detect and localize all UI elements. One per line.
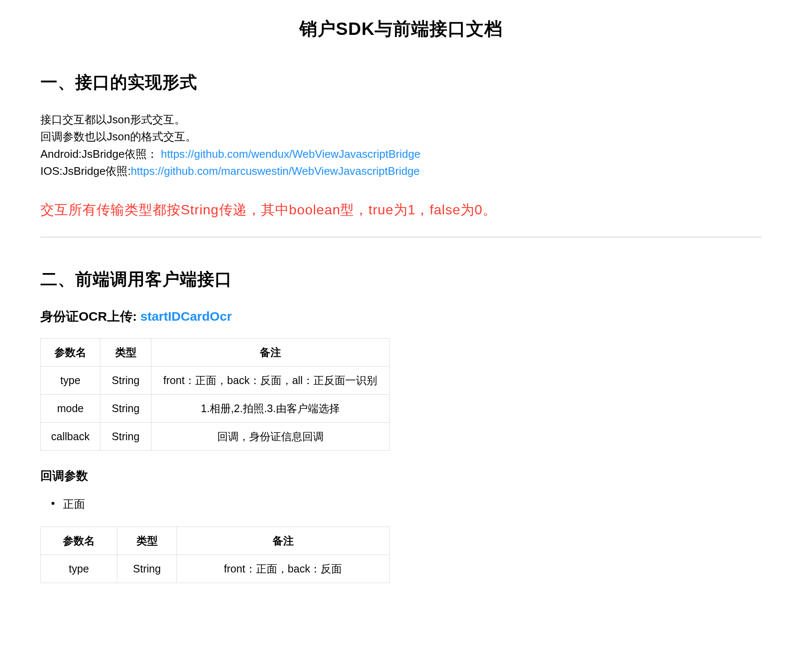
table-header-cell: 类型	[100, 339, 151, 367]
table-row: type String front：正面，back：反面，all：正反面一识别	[41, 367, 390, 395]
ios-link[interactable]: https://github.com/marcuswestin/WebViewJ…	[131, 165, 420, 177]
section1-heading: 一、接口的实现形式	[40, 71, 762, 94]
list-item: 正面	[51, 497, 762, 512]
table-row: callback String 回调，身份证信息回调	[41, 423, 390, 451]
ios-prefix: IOS:JsBridge依照:	[40, 165, 131, 177]
intro-block: 接口交互都以Json形式交互。 回调参数也以Json的格式交互。 Android…	[40, 111, 762, 179]
table-header-cell: 备注	[177, 527, 390, 555]
table-header-cell: 参数名	[41, 527, 117, 555]
table-header-row: 参数名 类型 备注	[41, 527, 390, 555]
param-table-2: 参数名 类型 备注 type String front：正面，back：反面	[40, 527, 390, 583]
table-cell: mode	[41, 395, 100, 423]
table-row: type String front：正面，back：反面	[41, 555, 390, 583]
sub-heading-prefix: 身份证OCR上传:	[40, 309, 140, 323]
table-header-cell: 参数名	[41, 339, 100, 367]
table-cell: 1.相册,2.拍照.3.由客户端选择	[151, 395, 390, 423]
table-cell: String	[117, 555, 177, 583]
method-name: startIDCardOcr	[140, 309, 232, 323]
table-cell: front：正面，back：反面	[177, 555, 390, 583]
android-line: Android:JsBridge依照： https://github.com/w…	[40, 145, 762, 162]
table-cell: type	[41, 555, 117, 583]
table-header-cell: 备注	[151, 339, 390, 367]
table-cell: 回调，身份证信息回调	[151, 423, 390, 451]
table-header-row: 参数名 类型 备注	[41, 339, 390, 367]
intro-line-1: 接口交互都以Json形式交互。	[40, 111, 762, 128]
table-cell: front：正面，back：反面，all：正反面一识别	[151, 367, 390, 395]
callback-heading: 回调参数	[40, 468, 762, 484]
section2-heading: 二、前端调用客户端接口	[40, 268, 762, 291]
table-cell: String	[100, 367, 151, 395]
table-cell: String	[100, 423, 151, 451]
table-cell: String	[100, 395, 151, 423]
document-container: 销户SDK与前端接口文档 一、接口的实现形式 接口交互都以Json形式交互。 回…	[0, 17, 802, 583]
section-divider	[40, 236, 762, 238]
document-title: 销户SDK与前端接口文档	[40, 17, 762, 41]
ocr-sub-heading: 身份证OCR上传: startIDCardOcr	[40, 308, 762, 325]
table-header-cell: 类型	[117, 527, 177, 555]
table-cell: callback	[41, 423, 100, 451]
bullet-list: 正面	[40, 497, 762, 512]
table-row: mode String 1.相册,2.拍照.3.由客户端选择	[41, 395, 390, 423]
android-link[interactable]: https://github.com/wendux/WebViewJavascr…	[161, 148, 420, 160]
ios-line: IOS:JsBridge依照:https://github.com/marcus…	[40, 162, 762, 179]
warning-text: 交互所有传输类型都按String传递，其中boolean型，true为1，fal…	[40, 201, 762, 219]
android-prefix: Android:JsBridge依照：	[40, 148, 158, 160]
intro-line-2: 回调参数也以Json的格式交互。	[40, 128, 762, 145]
table-cell: type	[41, 367, 100, 395]
param-table-1: 参数名 类型 备注 type String front：正面，back：反面，a…	[40, 338, 390, 451]
